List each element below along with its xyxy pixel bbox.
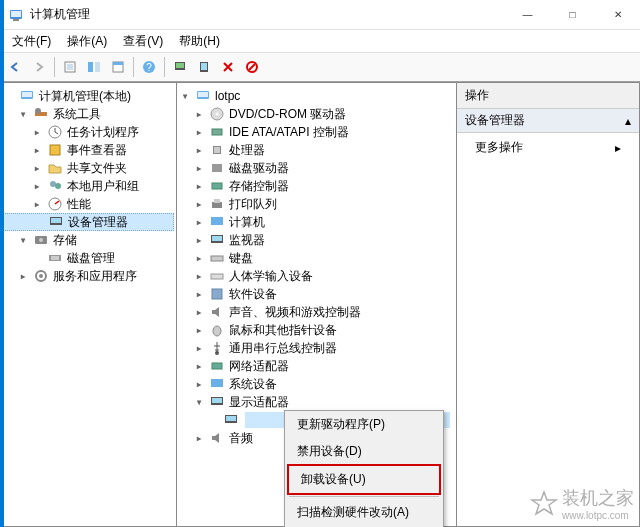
expand-icon[interactable]: ▸ [193,161,205,175]
expand-icon[interactable]: ▸ [31,125,43,139]
svg-rect-47 [211,256,223,261]
menu-help[interactable]: 帮助(H) [171,31,228,52]
svg-rect-26 [51,218,61,223]
storage-ctrl-icon [209,178,225,194]
svg-rect-6 [95,62,100,72]
device-computer[interactable]: ▸计算机 [179,213,454,231]
expand-icon[interactable]: ▸ [193,125,205,139]
expand-icon[interactable]: ▸ [193,305,205,319]
expand-icon[interactable]: ▸ [193,287,205,301]
expand-icon[interactable]: ▸ [193,269,205,283]
expand-icon[interactable]: ▸ [193,179,205,193]
expand-icon[interactable]: ▸ [193,107,205,121]
properties-button[interactable] [107,56,129,78]
disable-button[interactable] [241,56,263,78]
device-button[interactable] [193,56,215,78]
up-button[interactable] [59,56,81,78]
expand-icon[interactable]: ▸ [31,197,43,211]
svg-rect-48 [211,274,223,279]
expand-icon[interactable]: ▸ [193,233,205,247]
menu-file[interactable]: 文件(F) [4,31,59,52]
svg-rect-57 [226,416,236,421]
tree-event-viewer[interactable]: ▸事件查看器 [3,141,174,159]
toolbar: ? [0,52,640,82]
tree-task-scheduler[interactable]: ▸任务计划程序 [3,123,174,141]
disk-icon [47,250,63,266]
minimize-button[interactable]: — [505,0,550,30]
uninstall-button[interactable] [217,56,239,78]
tree-services[interactable]: ▸服务和应用程序 [3,267,174,285]
device-monitor[interactable]: ▸监视器 [179,231,454,249]
actions-more[interactable]: 更多操作 ▸ [457,133,639,162]
device-network[interactable]: ▸网络适配器 [179,357,454,375]
expand-icon[interactable]: ▸ [193,377,205,391]
device-sound[interactable]: ▸声音、视频和游戏控制器 [179,303,454,321]
device-ide[interactable]: ▸IDE ATA/ATAPI 控制器 [179,123,454,141]
actions-group[interactable]: 设备管理器 ▴ [457,109,639,133]
forward-button[interactable] [28,56,50,78]
device-cpu[interactable]: ▸处理器 [179,141,454,159]
expand-icon[interactable]: ▸ [31,179,43,193]
show-hide-button[interactable] [83,56,105,78]
device-printq[interactable]: ▸打印队列 [179,195,454,213]
device-root[interactable]: ▾lotpc [179,87,454,105]
tree-shared-folders[interactable]: ▸共享文件夹 [3,159,174,177]
expand-icon[interactable]: ▸ [31,161,43,175]
expand-icon[interactable]: ▸ [193,431,205,445]
device-usb[interactable]: ▸通用串行总线控制器 [179,339,454,357]
cm-update-driver[interactable]: 更新驱动程序(P) [285,411,443,438]
device-display[interactable]: ▾显示适配器 [179,393,454,411]
back-button[interactable] [4,56,26,78]
cm-scan-hardware[interactable]: 扫描检测硬件改动(A) [285,499,443,526]
expand-icon[interactable]: ▸ [31,143,43,157]
tree-storage[interactable]: ▾存储 [3,231,174,249]
expand-icon[interactable]: ▸ [193,215,205,229]
device-disk[interactable]: ▸磁盘驱动器 [179,159,454,177]
network-icon [209,358,225,374]
expand-icon[interactable]: ▸ [193,359,205,373]
tree-device-manager[interactable]: 设备管理器 [3,213,174,231]
device-system[interactable]: ▸系统设备 [179,375,454,393]
tree-local-users[interactable]: ▸本地用户和组 [3,177,174,195]
device-storage[interactable]: ▸存储控制器 [179,177,454,195]
device-software[interactable]: ▸软件设备 [179,285,454,303]
expand-icon[interactable]: ▾ [17,233,29,247]
expand-icon[interactable]: ▸ [17,269,29,283]
help-button[interactable]: ? [138,56,160,78]
svg-rect-4 [67,64,73,70]
tree-root[interactable]: 计算机管理(本地) [3,87,174,105]
close-button[interactable]: ✕ [595,0,640,30]
tools-icon [33,106,49,122]
expand-icon[interactable]: ▾ [193,395,205,409]
svg-point-19 [35,108,41,114]
expand-icon[interactable]: ▸ [193,341,205,355]
maximize-button[interactable]: □ [550,0,595,30]
users-icon [47,178,63,194]
expand-icon[interactable]: ▾ [179,89,191,103]
device-keyboard[interactable]: ▸键盘 [179,249,454,267]
svg-rect-12 [176,63,184,68]
tree-disk-management[interactable]: 磁盘管理 [3,249,174,267]
expand-icon[interactable]: ▾ [17,107,29,121]
clock-icon [47,124,63,140]
navigation-tree[interactable]: 计算机管理(本地) ▾系统工具 ▸任务计划程序 ▸事件查看器 ▸共享文件夹 ▸本… [0,82,176,527]
collapse-icon[interactable]: ▴ [625,114,631,128]
device-mouse[interactable]: ▸鼠标和其他指针设备 [179,321,454,339]
svg-rect-2 [13,19,19,21]
expand-icon[interactable]: ▸ [193,323,205,337]
device-dvd[interactable]: ▸DVD/CD-ROM 驱动器 [179,105,454,123]
tree-performance[interactable]: ▸性能 [3,195,174,213]
cm-disable-device[interactable]: 禁用设备(D) [285,438,443,465]
expand-icon[interactable]: ▸ [193,197,205,211]
menu-view[interactable]: 查看(V) [115,31,171,52]
svg-rect-53 [211,379,223,387]
storage-icon [33,232,49,248]
svg-point-28 [39,238,43,242]
menu-action[interactable]: 操作(A) [59,31,115,52]
expand-icon[interactable]: ▸ [193,143,205,157]
scan-button[interactable] [169,56,191,78]
cm-uninstall-device[interactable]: 卸载设备(U) [287,464,441,495]
expand-icon[interactable]: ▸ [193,251,205,265]
device-hid[interactable]: ▸人体学输入设备 [179,267,454,285]
tree-system-tools[interactable]: ▾系统工具 [3,105,174,123]
